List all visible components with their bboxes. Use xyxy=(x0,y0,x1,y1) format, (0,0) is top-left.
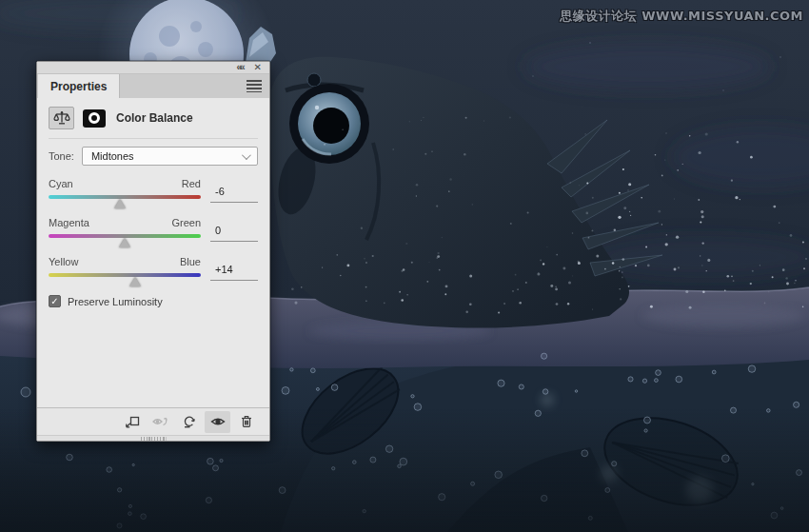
slider-left-label: Cyan xyxy=(49,178,73,189)
fish-eye xyxy=(289,84,369,164)
preserve-luminosity-label: Preserve Luminosity xyxy=(68,296,163,307)
slider-magenta-green: Magenta Green 0 xyxy=(49,217,258,248)
layer-mask-thumbnail[interactable] xyxy=(83,109,106,128)
close-icon[interactable]: ✕ xyxy=(254,63,262,72)
panel-resize-strip xyxy=(37,435,269,441)
eye-icon xyxy=(210,414,226,429)
mask-circle-icon xyxy=(89,112,100,124)
reset-icon xyxy=(182,414,197,429)
slider-left-label: Yellow xyxy=(49,256,78,267)
previous-state-eye-icon xyxy=(152,414,168,429)
panel-footer xyxy=(37,407,269,435)
panel-content: Color Balance Tone: Midtones Cyan Red xyxy=(37,98,269,407)
slider-yellow-blue: Yellow Blue +14 xyxy=(49,256,258,287)
properties-panel: «« ✕ Properties xyxy=(36,61,270,442)
tone-selected-value: Midtones xyxy=(91,150,134,162)
chevron-down-icon xyxy=(242,150,251,160)
preserve-luminosity-row: ✓ Preserve Luminosity xyxy=(49,295,258,307)
resize-grip[interactable] xyxy=(141,437,167,441)
slider-right-label: Blue xyxy=(180,256,201,267)
tone-label: Tone: xyxy=(49,150,74,162)
scales-icon xyxy=(53,110,70,126)
fish-nostril xyxy=(307,73,321,87)
slider-left-label: Magenta xyxy=(49,217,89,228)
site-watermark: 思缘设计论坛 WWW.MISSYUAN.COM xyxy=(560,8,803,25)
slider-thumb[interactable] xyxy=(129,277,141,286)
panel-menu-icon[interactable] xyxy=(247,80,262,92)
panel-title-strip: «« ✕ xyxy=(37,62,269,74)
adjustment-header: Color Balance xyxy=(49,107,258,139)
tab-properties[interactable]: Properties xyxy=(38,74,120,98)
check-icon: ✓ xyxy=(50,297,58,306)
trash-icon xyxy=(239,414,254,429)
slider-value-field[interactable]: -6 xyxy=(210,179,258,203)
preserve-luminosity-checkbox[interactable]: ✓ xyxy=(49,295,61,307)
slider-value-field[interactable]: +14 xyxy=(210,257,258,281)
tone-select[interactable]: Midtones xyxy=(82,147,258,166)
reset-button[interactable] xyxy=(176,411,202,433)
slider-track[interactable] xyxy=(49,273,201,277)
collapse-to-icons-icon[interactable]: «« xyxy=(236,63,243,72)
slider-cyan-red: Cyan Red -6 xyxy=(49,178,258,209)
view-previous-state-button[interactable] xyxy=(148,411,173,433)
slider-thumb[interactable] xyxy=(114,199,126,208)
slider-thumb[interactable] xyxy=(119,238,130,247)
adjustment-title: Color Balance xyxy=(116,111,193,125)
tone-row: Tone: Midtones xyxy=(49,147,258,166)
slider-right-label: Green xyxy=(171,217,201,228)
panel-tab-row: Properties xyxy=(37,74,269,98)
clip-to-layer-button[interactable] xyxy=(119,411,145,433)
slider-right-label: Red xyxy=(182,178,201,189)
toggle-visibility-button[interactable] xyxy=(205,411,230,433)
clip-to-layer-icon xyxy=(125,414,140,429)
color-balance-adjustment-icon xyxy=(49,107,74,129)
delete-adjustment-button[interactable] xyxy=(233,411,259,433)
slider-value-field[interactable]: 0 xyxy=(210,218,258,242)
photoshop-document-canvas[interactable]: 思缘设计论坛 WWW.MISSYUAN.COM «« ✕ Properties xyxy=(0,0,809,532)
